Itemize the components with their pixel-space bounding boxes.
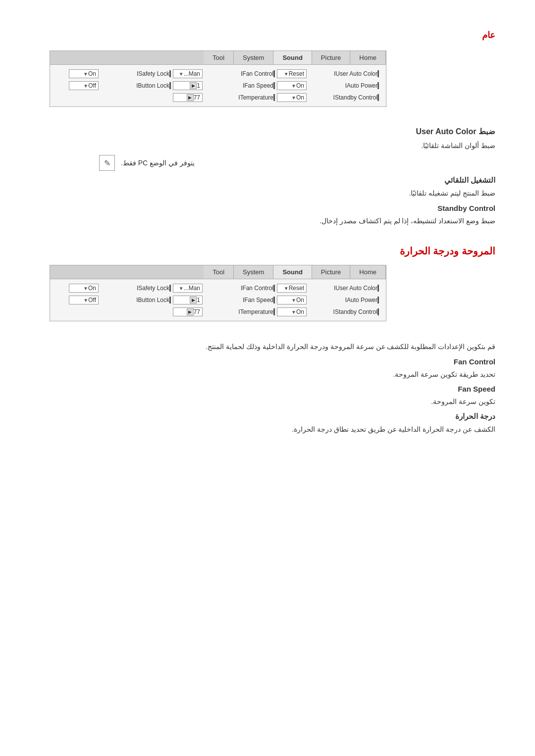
fan-control-value-2[interactable]: Man... ▼ <box>173 284 203 293</box>
safety-lock-value-2[interactable]: On ▼ <box>69 284 99 293</box>
fan-speed-value-1[interactable]: 1 ▶ <box>173 81 203 90</box>
fan-control-label-2: IFan Control <box>213 285 277 292</box>
bar-icon <box>273 94 275 101</box>
tab-sound-2[interactable]: Sound <box>273 265 312 279</box>
title-fan-speed: Fan Speed <box>99 385 495 393</box>
desc-auto-start: ضبط المنتج ليتم تشغيله تلقائيًا. <box>99 188 495 199</box>
title-temperature: درجة الحرارة <box>99 412 495 421</box>
standby-control-label-2: IStandby Control <box>317 308 381 315</box>
tab-sound-1[interactable]: Sound <box>273 51 312 64</box>
table-row: IStandby Control On ▼ ITemperature 77 ▶ <box>52 92 384 103</box>
bar-icon <box>169 297 171 303</box>
button-lock-label-2: IButton Lock <box>108 297 173 303</box>
table-row: IStandby Control On ▼ ITemperature 77 ▶ <box>52 306 384 318</box>
bar-icon <box>273 82 275 89</box>
table-row: IAuto Power On ▼ IFan Speed 1 ▶ IButton … <box>52 294 384 306</box>
menu-table-1: Home Picture Sound System Tool IUser Aut… <box>50 50 386 107</box>
bar-icon <box>377 285 379 292</box>
fan-speed-label-1: IFan Speed <box>213 82 277 89</box>
title-fan-control: Fan Control <box>99 357 495 366</box>
tab-system-1[interactable]: System <box>234 51 273 64</box>
bar-icon <box>169 82 171 89</box>
dropdown-arrow: ▼ <box>83 286 88 291</box>
dropdown-arrow: ▼ <box>291 95 296 101</box>
section-2: قم بتكوين الإعدادات المطلوبة للكشف عن سر… <box>0 336 535 444</box>
dropdown-arrow: ▼ <box>291 298 296 303</box>
subtitle-auto-start: التشغيل التلقائي <box>99 176 495 185</box>
temperature-value-2[interactable]: 77 ▶ <box>173 307 203 316</box>
auto-power-value-2[interactable]: On ▼ <box>277 296 307 304</box>
right-arrow-icon[interactable]: ▶ <box>190 297 197 303</box>
desc-fan-speed: تكوين سرعة المروحة. <box>99 396 495 407</box>
temperature-label-1: ITemperature <box>213 94 277 101</box>
tab-tool-1[interactable]: Tool <box>204 51 234 64</box>
tab-system-2[interactable]: System <box>234 265 273 279</box>
fan-speed-value-2[interactable]: 1 ▶ <box>173 296 203 304</box>
tab-home-2[interactable]: Home <box>350 265 386 279</box>
section-title-user-auto-color: ضبط User Auto Color <box>99 127 495 136</box>
bar-icon <box>273 70 275 77</box>
pc-mode-line: يتوفر في الوضع PC فقط. ✎ <box>99 155 495 171</box>
fan-control-label-1: IFan Control <box>213 70 277 77</box>
auto-power-label-1: IAuto Power <box>317 82 381 89</box>
dropdown-arrow: ▼ <box>284 286 289 291</box>
menu-tabs-2: Home Picture Sound System Tool <box>50 265 386 279</box>
menu-rows-2: IUser Auto Color Reset ▼ IFan Control Ma… <box>50 279 386 321</box>
fan-speed-label-2: IFan Speed <box>213 297 277 303</box>
standby-control-value-2[interactable]: On ▼ <box>277 307 307 316</box>
button-lock-value-2[interactable]: Off ▼ <box>69 296 99 304</box>
dropdown-arrow: ▼ <box>83 298 88 303</box>
bar-icon <box>273 297 275 303</box>
dropdown-arrow: ▼ <box>83 71 88 77</box>
dropdown-arrow: ▼ <box>179 286 184 291</box>
user-auto-color-label-1: IUser Auto Color <box>317 70 381 77</box>
right-arrow-icon[interactable]: ▶ <box>187 94 194 101</box>
bar-icon <box>377 297 379 303</box>
bar-icon <box>273 285 275 292</box>
right-arrow-icon[interactable]: ▶ <box>190 82 197 89</box>
desc-main-fan: قم بتكوين الإعدادات المطلوبة للكشف عن سر… <box>99 341 495 352</box>
desc-fan-control: تحديد طريقة تكوين سرعة المروحة. <box>99 369 495 380</box>
menu-table-2: Home Picture Sound System Tool IUser Aut… <box>50 265 386 321</box>
desc-standby: ضبط وضع الاستعداد لتنشيطه، إذا لم يتم اك… <box>99 215 495 226</box>
tab-picture-1[interactable]: Picture <box>312 51 350 64</box>
fan-control-value-1[interactable]: Man... ▼ <box>173 69 203 78</box>
big-title-fan-temp: المروحة ودرجة الحرارة <box>0 235 535 265</box>
standby-control-value-1[interactable]: On ▼ <box>277 93 307 102</box>
table-row: IAuto Power On ▼ IFan Speed 1 ▶ IButton … <box>52 80 384 92</box>
bar-icon <box>169 285 171 292</box>
bar-icon <box>273 308 275 315</box>
dropdown-arrow: ▼ <box>291 309 296 315</box>
top-label: عام <box>0 0 535 50</box>
auto-power-value-1[interactable]: On ▼ <box>277 81 307 90</box>
auto-power-label-2: IAuto Power <box>317 297 381 303</box>
safety-lock-value-1[interactable]: On ▼ <box>69 69 99 78</box>
subtitle-standby: Standby Control <box>99 204 495 212</box>
dropdown-arrow: ▼ <box>179 71 184 77</box>
dropdown-arrow: ▼ <box>291 83 296 89</box>
safety-lock-label-2: ISafety Lock <box>108 285 173 292</box>
section-desc-1: ضبط ألوان الشاشة تلقائيًا. <box>99 140 495 151</box>
tab-home-1[interactable]: Home <box>350 51 386 64</box>
button-lock-value-1[interactable]: Off ▼ <box>69 81 99 90</box>
bar-icon <box>169 70 171 77</box>
tab-picture-2[interactable]: Picture <box>312 265 350 279</box>
button-lock-label-1: IButton Lock <box>108 82 173 89</box>
bar-icon <box>377 308 379 315</box>
user-auto-color-value-1[interactable]: Reset ▼ <box>277 69 307 78</box>
pc-mode-text: يتوفر في الوضع PC فقط. <box>121 159 195 167</box>
tab-tool-2[interactable]: Tool <box>204 265 234 279</box>
user-auto-color-value-2[interactable]: Reset ▼ <box>277 284 307 293</box>
user-auto-color-label-2: IUser Auto Color <box>317 285 381 292</box>
menu-rows-1: IUser Auto Color Reset ▼ IFan Control Ma… <box>50 65 386 106</box>
safety-lock-label-1: ISafety Lock <box>108 70 173 77</box>
temperature-value-1[interactable]: 77 ▶ <box>173 93 203 102</box>
bar-icon <box>377 82 379 89</box>
dropdown-arrow: ▼ <box>83 83 88 89</box>
bar-icon <box>377 70 379 77</box>
temperature-label-2: ITemperature <box>213 308 277 315</box>
desc-temperature: الكشف عن درجة الحرارة الداخلية عن طريق ت… <box>99 424 495 435</box>
right-arrow-icon[interactable]: ▶ <box>187 308 194 315</box>
table-row: IUser Auto Color Reset ▼ IFan Control Ma… <box>52 68 384 80</box>
standby-control-label-1: IStandby Control <box>317 94 381 101</box>
